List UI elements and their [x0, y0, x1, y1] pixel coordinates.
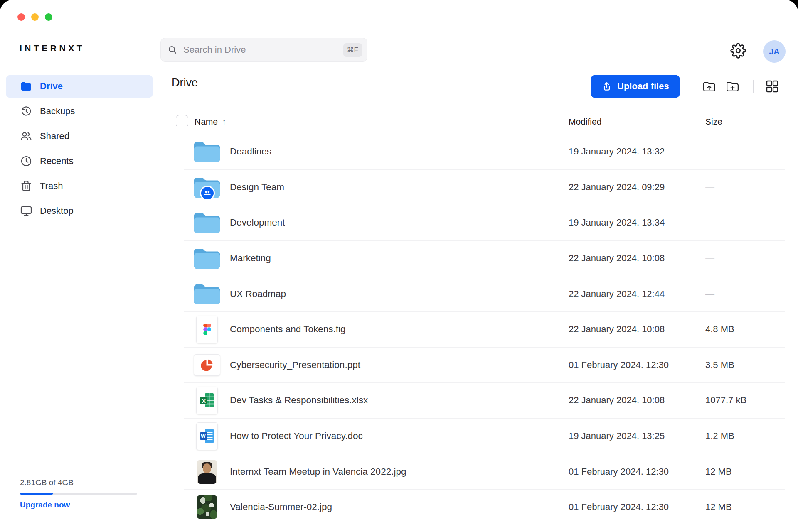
photo-thumbnail — [197, 460, 217, 484]
row-size: 3.5 MB — [705, 360, 734, 370]
sidebar-item-trash[interactable]: Trash — [6, 174, 153, 198]
upgrade-now-link[interactable]: Upgrade now — [20, 500, 70, 510]
svg-text:W: W — [201, 434, 206, 439]
row-modified: 22 January 2024. 12:44 — [569, 289, 665, 299]
search-input[interactable] — [182, 44, 343, 56]
row-name: Development — [230, 217, 285, 228]
table-row[interactable]: Design Team 22 January 2024. 09:29 — — [184, 170, 785, 206]
main-content: Drive Upload files Name↑ Modified Size — [159, 68, 798, 532]
window-controls — [17, 13, 52, 21]
sidebar-item-label: Drive — [40, 81, 63, 92]
shared-folder-icon — [194, 177, 220, 198]
table-row[interactable]: Internxt Team Meetup in Valencia 2022.jp… — [184, 454, 785, 490]
row-icon-cell: X — [194, 386, 220, 415]
powerpoint-file-icon — [194, 354, 220, 376]
storage-section: 2.81GB of 4GB Upgrade now — [20, 478, 137, 510]
folder-fill-icon — [20, 80, 32, 93]
row-icon-cell — [194, 457, 220, 486]
select-all-checkbox[interactable] — [176, 115, 188, 127]
monitor-icon — [20, 205, 32, 217]
row-icon-cell — [194, 279, 220, 309]
user-avatar[interactable]: JA — [763, 40, 786, 63]
sort-arrow-icon: ↑ — [222, 117, 226, 126]
table-row[interactable]: Cybersecurity_Presentation.ppt 01 Februa… — [184, 348, 785, 383]
sidebar: Drive Backups Shared Recents Trash Deskt… — [0, 68, 159, 532]
sidebar-item-shared[interactable]: Shared — [6, 125, 153, 148]
shared-badge-icon — [200, 186, 215, 201]
row-size: — — [705, 253, 714, 264]
app-window: INTERNXT ⌘F JA Drive Backups Shared Rece… — [0, 0, 798, 532]
row-size: 12 MB — [705, 466, 732, 477]
column-header-modified[interactable]: Modified — [569, 117, 601, 127]
row-modified: 19 January 2024. 13:32 — [569, 146, 665, 157]
folder-icon — [194, 248, 220, 269]
table-row[interactable]: Development 19 January 2024. 13:34 — — [184, 205, 785, 241]
row-modified: 19 January 2024. 13:34 — [569, 217, 665, 228]
history-icon — [20, 105, 32, 118]
row-modified: 01 February 2024. 12:30 — [569, 502, 669, 512]
zoom-window-button[interactable] — [45, 13, 52, 21]
table-row[interactable]: UX Roadmap 22 January 2024. 12:44 — — [184, 276, 785, 312]
row-icon-cell — [194, 208, 220, 237]
row-size: — — [705, 146, 714, 157]
row-name: Cybersecurity_Presentation.ppt — [230, 360, 360, 370]
sidebar-item-label: Shared — [40, 131, 69, 142]
row-icon-cell — [194, 493, 220, 522]
table-row[interactable]: Marketing 22 January 2024. 10:08 — — [184, 241, 785, 277]
row-icon-cell — [194, 315, 220, 344]
search-shortcut-badge: ⌘F — [343, 43, 362, 57]
table-row[interactable]: X Dev Tasks & Responsibilities.xlsx 22 J… — [184, 383, 785, 419]
row-size: 1077.7 kB — [705, 395, 746, 406]
settings-button[interactable] — [730, 43, 746, 59]
row-name: How to Protect Your Privacy.doc — [230, 431, 363, 441]
sidebar-item-drive[interactable]: Drive — [6, 75, 153, 98]
folder-icon — [194, 212, 220, 233]
sidebar-item-label: Trash — [40, 181, 63, 191]
table-row[interactable]: W How to Protect Your Privacy.doc 19 Jan… — [184, 419, 785, 454]
gear-icon — [730, 43, 746, 59]
row-name: UX Roadmap — [230, 289, 286, 299]
row-name: Valencia-Summer-02.jpg — [230, 502, 332, 512]
folder-icon — [194, 284, 220, 304]
row-size: — — [705, 289, 714, 299]
storage-usage-label: 2.81GB of 4GB — [20, 478, 137, 487]
sidebar-item-desktop[interactable]: Desktop — [6, 199, 153, 223]
table-row[interactable]: Components and Tokens.fig 22 January 202… — [184, 312, 785, 348]
word-file-icon: W — [196, 422, 218, 450]
sidebar-item-label: Backups — [40, 106, 75, 117]
table-row[interactable]: Deadlines 19 January 2024. 13:32 — — [184, 134, 785, 170]
internxt-logo: INTERNXT — [20, 43, 85, 53]
column-header-name[interactable]: Name↑ — [195, 117, 226, 127]
row-modified: 01 February 2024. 12:30 — [569, 360, 669, 370]
row-icon-cell — [194, 173, 220, 202]
sidebar-item-recents[interactable]: Recents — [6, 150, 153, 173]
top-header: INTERNXT ⌘F JA — [0, 0, 798, 68]
table-header: Name↑ Modified Size — [159, 68, 798, 134]
row-icon-cell — [194, 244, 220, 273]
folder-icon — [194, 141, 220, 162]
row-modified: 19 January 2024. 13:25 — [569, 431, 665, 441]
storage-progress-bar — [20, 493, 137, 495]
row-name: Internxt Team Meetup in Valencia 2022.jp… — [230, 466, 406, 477]
search-bar[interactable]: ⌘F — [160, 38, 367, 62]
sidebar-nav: Drive Backups Shared Recents Trash Deskt… — [0, 68, 159, 223]
svg-text:X: X — [202, 398, 206, 404]
row-name: Components and Tokens.fig — [230, 324, 346, 335]
sidebar-item-backups[interactable]: Backups — [6, 100, 153, 123]
row-icon-cell — [194, 137, 220, 166]
row-size: 4.8 MB — [705, 324, 734, 335]
row-size: — — [705, 182, 714, 193]
row-modified: 01 February 2024. 12:30 — [569, 466, 669, 477]
minimize-window-button[interactable] — [31, 13, 39, 21]
close-window-button[interactable] — [17, 13, 25, 21]
row-name: Design Team — [230, 182, 284, 193]
search-icon — [167, 45, 177, 55]
table-row[interactable]: Valencia-Summer-02.jpg 01 February 2024.… — [184, 490, 785, 525]
photo-thumbnail — [197, 495, 217, 519]
clock-icon — [20, 155, 32, 167]
figma-file-icon — [196, 316, 218, 343]
row-name: Dev Tasks & Responsibilities.xlsx — [230, 395, 368, 406]
row-size: — — [705, 217, 714, 228]
column-header-size[interactable]: Size — [705, 117, 722, 127]
row-modified: 22 January 2024. 10:08 — [569, 253, 665, 264]
